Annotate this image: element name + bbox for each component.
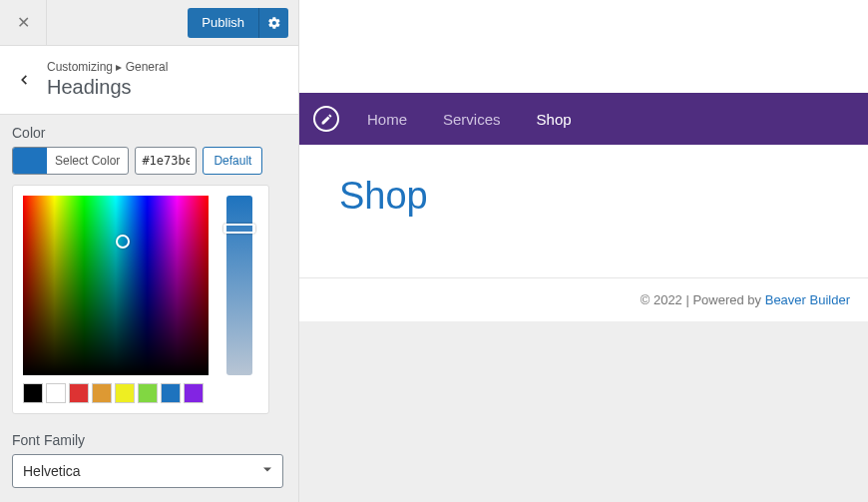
- section-header: Customizing ▸ General Headings: [0, 46, 298, 115]
- hex-input[interactable]: [135, 147, 197, 175]
- back-button[interactable]: [0, 56, 47, 104]
- gear-icon: [267, 16, 281, 30]
- customizer-topbar: ✕ Publish: [0, 0, 298, 46]
- close-button[interactable]: ✕: [0, 0, 47, 46]
- close-icon: ✕: [17, 13, 30, 32]
- breadcrumb: Customizing ▸ General: [47, 60, 168, 74]
- chevron-left-icon: [17, 73, 31, 87]
- default-button[interactable]: Default: [203, 147, 262, 175]
- nav-link-services[interactable]: Services: [439, 105, 505, 134]
- site-footer: © 2022 | Powered by Beaver Builder: [299, 277, 868, 321]
- color-label: Color: [12, 125, 286, 141]
- footer-link[interactable]: Beaver Builder: [765, 292, 850, 307]
- font-family-label: Font Family: [12, 432, 286, 448]
- settings-button[interactable]: [258, 8, 288, 38]
- hue-slider[interactable]: [226, 196, 252, 375]
- section-title: Headings: [47, 74, 168, 100]
- site-preview: HomeServicesShop Shop © 2022 | Powered b…: [299, 0, 868, 502]
- site-navbar: HomeServicesShop: [299, 93, 868, 145]
- color-swatch[interactable]: [92, 383, 112, 403]
- edit-shortcut-button[interactable]: [313, 106, 339, 132]
- pencil-icon: [320, 113, 333, 126]
- select-color-button[interactable]: Select Color: [12, 147, 129, 175]
- nav-link-home[interactable]: Home: [363, 105, 411, 134]
- current-color-swatch: [13, 148, 47, 174]
- color-swatch[interactable]: [69, 383, 89, 403]
- color-picker: [12, 185, 269, 414]
- font-family-select[interactable]: Helvetica: [12, 454, 283, 488]
- nav-link-shop[interactable]: Shop: [533, 105, 576, 134]
- page-heading: Shop: [339, 175, 828, 218]
- color-swatch[interactable]: [115, 383, 135, 403]
- publish-button[interactable]: Publish: [188, 8, 258, 38]
- customizer-sidebar: ✕ Publish Customizing ▸ General Headings…: [0, 0, 299, 502]
- saturation-area[interactable]: [23, 196, 209, 375]
- color-swatch[interactable]: [23, 383, 43, 403]
- select-color-label: Select Color: [47, 148, 128, 174]
- saturation-handle[interactable]: [116, 235, 130, 249]
- color-swatch[interactable]: [184, 383, 204, 403]
- hue-handle[interactable]: [223, 224, 255, 234]
- color-swatch[interactable]: [161, 383, 181, 403]
- footer-text: © 2022 | Powered by: [641, 292, 765, 307]
- color-swatch[interactable]: [138, 383, 158, 403]
- color-swatch[interactable]: [46, 383, 66, 403]
